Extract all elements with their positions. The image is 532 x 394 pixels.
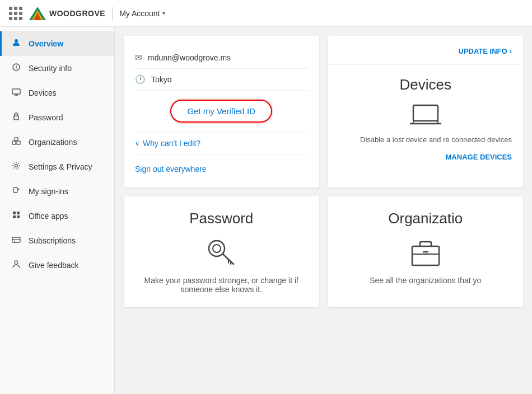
feedback-icon: [11, 260, 22, 271]
sign-out-section: Sign out everywhere: [135, 155, 308, 176]
sign-ins-icon: [11, 186, 22, 197]
svg-rect-13: [15, 138, 18, 140]
sidebar-item-overview[interactable]: Overview: [0, 31, 114, 56]
apps-grid-icon[interactable]: [9, 7, 22, 20]
sidebar-item-give-feedback[interactable]: Give feedback: [0, 253, 114, 278]
sidebar: Overview Security info Devices Password …: [0, 27, 115, 394]
sidebar-subscriptions-label: Subscriptions: [29, 236, 76, 245]
svg-point-3: [15, 39, 18, 43]
password-description: Make your password stronger, or change i…: [135, 276, 308, 294]
sidebar-security-info-label: Security info: [29, 64, 72, 73]
main-content: ✉ mdunn@woodgrove.ms 🕐 Tokyo Get my Veri…: [115, 27, 532, 394]
email-row: ✉ mdunn@woodgrove.ms: [135, 47, 308, 69]
logo: WOODGROVE: [29, 7, 105, 20]
sidebar-item-office-apps[interactable]: Office apps: [0, 204, 114, 228]
sign-out-everywhere-link[interactable]: Sign out everywhere: [135, 165, 207, 173]
sidebar-overview-label: Overview: [29, 39, 63, 48]
svg-rect-17: [17, 212, 20, 214]
sidebar-item-devices[interactable]: Devices: [0, 81, 114, 105]
chevron-down-icon: ∨: [135, 140, 139, 147]
arrow-right-icon: ›: [510, 47, 512, 55]
update-info-label: UPDATE INFO: [459, 47, 507, 55]
update-info-bar: UPDATE INFO ›: [328, 36, 524, 65]
key-icon: [204, 236, 238, 267]
settings-icon: [11, 161, 22, 172]
email-icon: ✉: [135, 53, 142, 63]
security-info-icon: [11, 63, 22, 74]
svg-rect-18: [13, 215, 16, 218]
manage-devices-link[interactable]: MANAGE DEVICES: [446, 153, 512, 161]
svg-point-29: [213, 245, 221, 252]
devices-icon: [11, 87, 22, 98]
sidebar-sign-ins-label: My sign-ins: [29, 187, 68, 196]
my-account-label: My Account: [119, 9, 160, 18]
sidebar-item-subscriptions[interactable]: Subscriptions: [0, 228, 114, 253]
sidebar-password-label: Password: [29, 113, 63, 122]
laptop-icon: [409, 102, 442, 128]
svg-point-23: [15, 261, 18, 264]
devices-description: Disable a lost device and re connected d…: [339, 135, 512, 144]
logo-text: WOODGROVE: [49, 9, 105, 18]
email-value: mdunn@woodgrove.ms: [148, 53, 231, 62]
password-card: Password Make your password stronger, or…: [124, 196, 319, 307]
sidebar-item-settings-privacy[interactable]: Settings & Privacy: [0, 154, 114, 179]
sidebar-item-organizations[interactable]: Organizations: [0, 130, 114, 154]
organizations-description: See all the organizations that yo: [370, 276, 481, 285]
svg-rect-11: [12, 141, 16, 144]
svg-rect-15: [13, 187, 17, 193]
devices-title: Devices: [400, 76, 451, 93]
sidebar-item-password[interactable]: Password: [0, 105, 114, 130]
organizations-card: Organizatio See all the organizations th…: [328, 196, 524, 307]
sidebar-organizations-label: Organizations: [29, 138, 77, 147]
main-layout: Overview Security info Devices Password …: [0, 27, 532, 394]
sidebar-devices-label: Devices: [29, 88, 57, 97]
why-cant-edit-link[interactable]: ∨ Why can't I edit?: [135, 139, 308, 148]
location-icon: 🕐: [135, 74, 146, 85]
devices-content: Devices Disable a lost device and re con…: [328, 65, 524, 172]
briefcase-icon: [409, 236, 442, 267]
topbar-divider: [112, 7, 113, 20]
devices-card: UPDATE INFO › Devices Disable a lost dev…: [328, 36, 524, 187]
organizations-icon: [11, 137, 22, 148]
svg-rect-19: [17, 215, 20, 218]
svg-point-6: [16, 68, 17, 69]
overview-icon: [11, 38, 22, 49]
password-title: Password: [189, 210, 253, 227]
office-apps-icon: [11, 210, 22, 222]
sidebar-item-my-sign-ins[interactable]: My sign-ins: [0, 179, 114, 204]
subscriptions-icon: [11, 235, 22, 246]
sidebar-item-security-info[interactable]: Security info: [0, 56, 114, 81]
account-card: ✉ mdunn@woodgrove.ms 🕐 Tokyo Get my Veri…: [124, 36, 319, 187]
my-account-menu[interactable]: My Account ▾: [119, 9, 165, 18]
sidebar-settings-label: Settings & Privacy: [29, 162, 92, 171]
topbar: WOODGROVE My Account ▾: [0, 0, 532, 27]
svg-rect-12: [17, 141, 20, 144]
svg-rect-33: [412, 246, 439, 265]
why-cant-edit-label: Why can't I edit?: [143, 139, 200, 148]
password-icon: [11, 112, 22, 123]
update-info-link[interactable]: UPDATE INFO ›: [459, 47, 512, 55]
verified-id-section: Get my Verified ID: [135, 91, 308, 132]
sidebar-office-apps-label: Office apps: [29, 212, 68, 221]
chevron-down-icon: ▾: [162, 10, 165, 16]
svg-rect-7: [12, 89, 20, 94]
sidebar-feedback-label: Give feedback: [29, 261, 79, 270]
svg-point-14: [15, 165, 18, 167]
location-value: Tokyo: [151, 75, 172, 84]
svg-rect-16: [13, 212, 16, 214]
svg-rect-10: [14, 116, 18, 120]
svg-rect-24: [413, 105, 438, 121]
why-cant-edit-section: ∨ Why can't I edit?: [135, 132, 308, 155]
location-row: 🕐 Tokyo: [135, 69, 308, 91]
organizations-title: Organizatio: [388, 210, 463, 227]
get-verified-id-button[interactable]: Get my Verified ID: [170, 100, 272, 123]
